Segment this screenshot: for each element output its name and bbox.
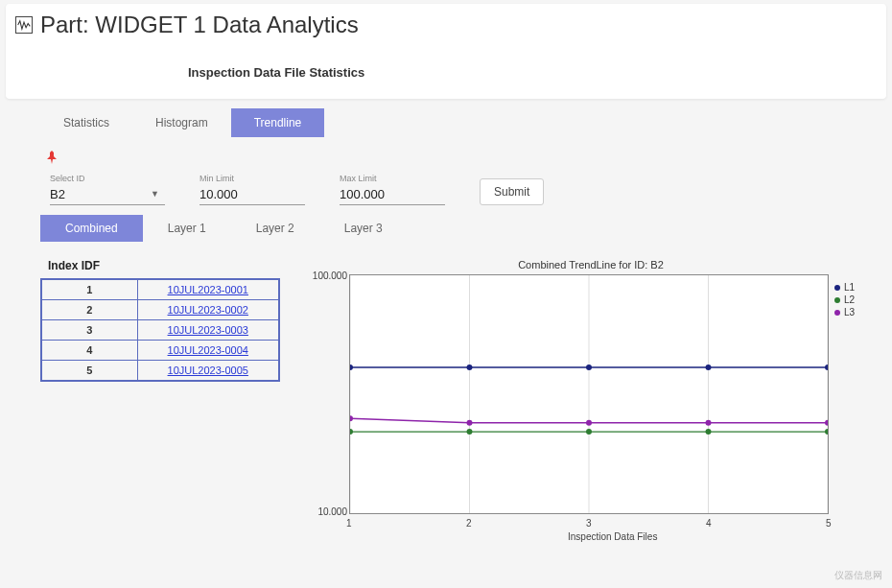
chart-area: 100.000 10.000 Inspection Data Files L1L… — [309, 274, 865, 543]
idf-link[interactable]: 10JUL2023-0003 — [168, 324, 248, 336]
row-index: 2 — [41, 300, 137, 320]
tab-histogram[interactable]: Histogram — [132, 108, 231, 137]
layer-tab-combined[interactable]: Combined — [40, 215, 143, 242]
max-limit-input[interactable] — [340, 185, 445, 205]
table-row: 410JUL2023-0004 — [41, 341, 279, 361]
table-row: 310JUL2023-0003 — [41, 320, 279, 341]
select-id-label: Select ID — [50, 174, 165, 183]
svg-point-11 — [467, 429, 473, 435]
min-limit-input[interactable] — [200, 185, 305, 205]
y-tick-min: 10.000 — [317, 506, 347, 517]
svg-point-12 — [586, 429, 592, 435]
legend-label: L1 — [844, 282, 855, 293]
submit-button[interactable]: Submit — [480, 178, 544, 205]
row-index: 4 — [41, 341, 137, 361]
page-subtitle: Inspection Data File Statistics — [188, 65, 877, 80]
table-row: 510JUL2023-0005 — [41, 361, 279, 382]
x-tick: 5 — [826, 518, 832, 529]
row-index: 5 — [41, 361, 137, 382]
idf-link[interactable]: 10JUL2023-0002 — [168, 304, 248, 316]
svg-point-10 — [350, 429, 353, 435]
max-limit-label: Max Limit — [340, 174, 445, 183]
layer-tab-2[interactable]: Layer 2 — [231, 215, 319, 242]
svg-point-19 — [825, 420, 828, 426]
x-tick: 2 — [466, 518, 472, 529]
header-card: Part: WIDGET 1 Data Analytics Inspection… — [6, 4, 886, 99]
svg-point-13 — [706, 429, 712, 435]
index-table-heading: Index IDF — [48, 259, 290, 272]
x-axis-label: Inspection Data Files — [568, 531, 657, 542]
legend-item: L1 — [834, 282, 855, 293]
x-tick: 1 — [346, 518, 352, 529]
plot-box — [349, 274, 829, 514]
index-table: 110JUL2023-0001210JUL2023-0002310JUL2023… — [40, 278, 280, 382]
idf-link[interactable]: 10JUL2023-0005 — [168, 365, 248, 376]
legend-dot-icon — [834, 297, 840, 303]
svg-point-5 — [350, 365, 353, 370]
legend-item: L3 — [834, 307, 855, 318]
controls-row: Select ID B2 Min Limit Max Limit Submit — [50, 174, 873, 205]
legend-dot-icon — [834, 310, 840, 316]
svg-point-18 — [706, 420, 712, 426]
table-row: 110JUL2023-0001 — [41, 279, 279, 300]
svg-point-15 — [350, 415, 353, 421]
row-index: 3 — [41, 320, 137, 341]
svg-point-9 — [825, 365, 828, 370]
layer-tab-1[interactable]: Layer 1 — [143, 215, 231, 242]
legend-item: L2 — [834, 294, 855, 305]
x-tick: 3 — [586, 518, 592, 529]
idf-link[interactable]: 10JUL2023-0001 — [168, 284, 248, 295]
pin-icon[interactable] — [46, 151, 873, 168]
min-limit-label: Min Limit — [200, 174, 305, 183]
legend-dot-icon — [834, 285, 840, 291]
legend: L1L2L3 — [834, 282, 855, 319]
page-title: Part: WIDGET 1 Data Analytics — [40, 12, 359, 38]
main-tabs: Statistics Histogram Trendline — [40, 108, 873, 137]
app-logo-icon — [15, 16, 33, 34]
legend-label: L3 — [844, 307, 855, 318]
tab-statistics[interactable]: Statistics — [40, 108, 132, 137]
layer-tabs: Combined Layer 1 Layer 2 Layer 3 — [40, 215, 873, 242]
tab-trendline[interactable]: Trendline — [231, 108, 325, 137]
watermark: 仪器信息网 — [834, 569, 882, 582]
chart-title: Combined TrendLine for ID: B2 — [309, 259, 873, 270]
idf-link[interactable]: 10JUL2023-0004 — [168, 344, 248, 356]
svg-point-16 — [467, 420, 473, 426]
legend-label: L2 — [844, 294, 855, 305]
x-tick: 4 — [706, 518, 712, 529]
svg-point-14 — [825, 429, 828, 435]
row-index: 1 — [41, 279, 137, 300]
table-row: 210JUL2023-0002 — [41, 300, 279, 320]
svg-point-6 — [467, 365, 473, 370]
svg-point-8 — [706, 365, 712, 370]
y-tick-max: 100.000 — [313, 270, 347, 281]
layer-tab-3[interactable]: Layer 3 — [319, 215, 408, 242]
svg-point-7 — [586, 365, 592, 370]
svg-point-17 — [586, 420, 592, 426]
select-id-dropdown[interactable]: B2 — [50, 185, 165, 205]
